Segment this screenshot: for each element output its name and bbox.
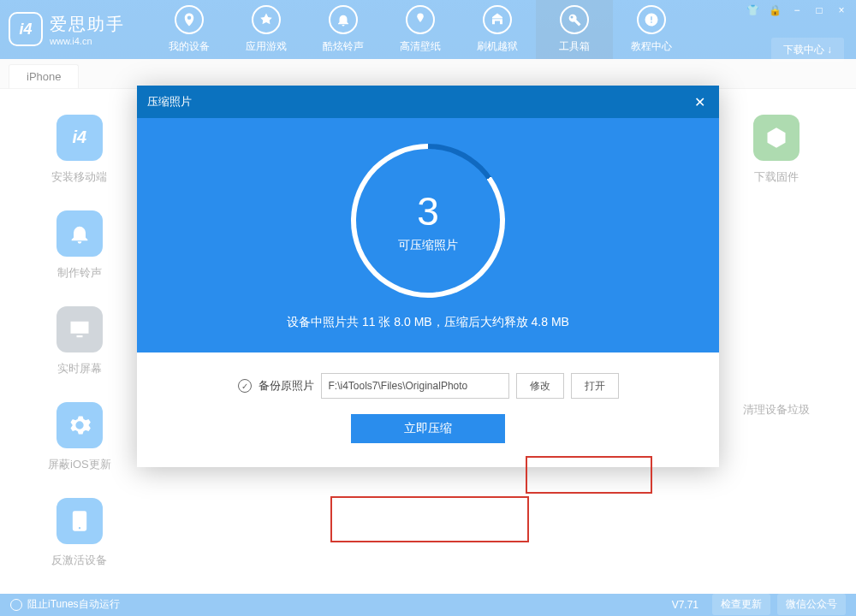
- backup-label: 备份原照片: [259, 378, 314, 394]
- compress-photos-dialog: 压缩照片 ✕ 3 可压缩照片 设备中照片共 11 张 8.0 MB，压缩后大约释…: [137, 86, 719, 467]
- lock-button[interactable]: 🔒: [765, 3, 784, 17]
- compressible-count: 3: [417, 188, 439, 234]
- modify-path-button[interactable]: 修改: [516, 373, 564, 399]
- summary-text: 设备中照片共 11 张 8.0 MB，压缩后大约释放 4.8 MB: [287, 315, 569, 330]
- open-path-button[interactable]: 打开: [571, 373, 619, 399]
- backup-path-input[interactable]: [321, 373, 509, 399]
- maximize-button[interactable]: □: [810, 3, 829, 17]
- dialog-close-button[interactable]: ✕: [690, 92, 709, 111]
- theme-button[interactable]: 👕: [743, 3, 762, 17]
- backup-checkbox[interactable]: [238, 379, 252, 393]
- compress-now-button[interactable]: 立即压缩: [351, 414, 505, 443]
- minimize-button[interactable]: −: [788, 3, 806, 17]
- dialog-title: 压缩照片: [147, 94, 192, 110]
- progress-ring-icon: 3 可压缩照片: [351, 144, 505, 298]
- modal-backdrop: 压缩照片 ✕ 3 可压缩照片 设备中照片共 11 张 8.0 MB，压缩后大约释…: [0, 0, 856, 616]
- close-button[interactable]: ×: [832, 3, 851, 17]
- dialog-hero: 3 可压缩照片 设备中照片共 11 张 8.0 MB，压缩后大约释放 4.8 M…: [137, 118, 719, 352]
- compressible-label: 可压缩照片: [398, 238, 458, 253]
